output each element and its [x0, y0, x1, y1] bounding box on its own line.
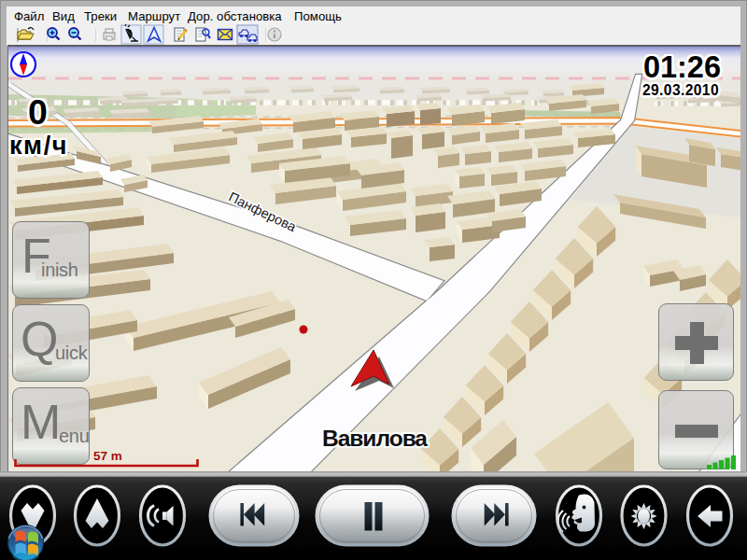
svg-text:57 m: 57 m — [93, 449, 122, 463]
svg-text:Вавилова: Вавилова — [322, 426, 428, 451]
